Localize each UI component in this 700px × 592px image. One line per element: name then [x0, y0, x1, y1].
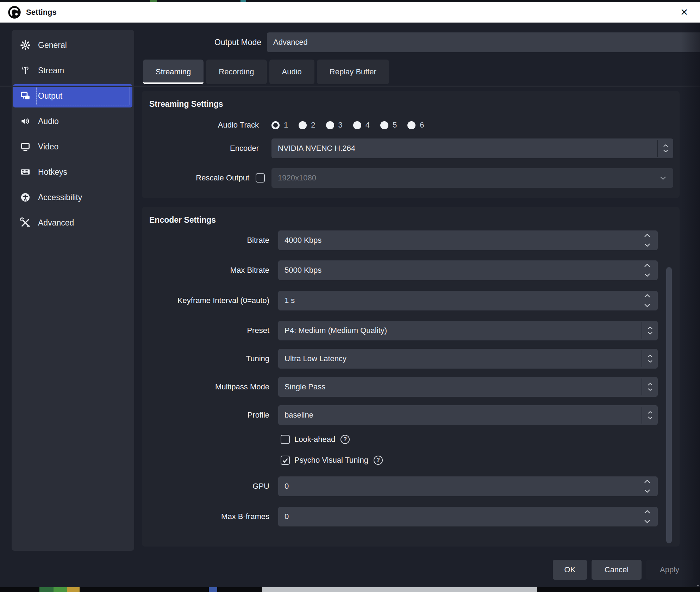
sidebar-item-audio[interactable]: Audio [13, 110, 132, 133]
sidebar-item-output[interactable]: Output [13, 84, 132, 107]
dropdown-arrows-icon[interactable] [642, 350, 658, 367]
encoder-select[interactable]: NVIDIA NVENC H.264 [271, 138, 673, 158]
tuning-select[interactable]: Ultra Low Latency [278, 349, 658, 369]
tab-audio[interactable]: Audio [269, 60, 314, 84]
rescale-output-checkbox[interactable] [256, 173, 265, 183]
obs-logo-icon [8, 6, 21, 19]
max-b-frames-value: 0 [285, 507, 289, 526]
rescale-resolution-select: 1920x1080 [271, 168, 673, 188]
sidebar-item-label: Stream [38, 66, 64, 75]
spinner-arrows-icon[interactable] [644, 294, 650, 307]
sidebar-item-video[interactable]: Video [13, 135, 132, 158]
look-ahead-row[interactable]: Look-ahead ? [281, 434, 350, 445]
output-screens-icon [20, 90, 31, 101]
window-edge-shade [681, 23, 700, 587]
audio-track-radios: 1 2 3 4 5 [271, 115, 424, 135]
audio-track-row: Audio Track 1 2 3 [142, 115, 680, 135]
audio-track-option-2[interactable]: 2 [299, 121, 315, 130]
tuning-label: Tuning [142, 349, 269, 369]
tab-streaming[interactable]: Streaming [143, 60, 204, 84]
spinner-arrows-icon[interactable] [644, 234, 650, 247]
radio-unchecked-icon[interactable] [380, 121, 388, 129]
radio-unchecked-icon[interactable] [326, 121, 334, 129]
look-ahead-checkbox[interactable] [281, 435, 290, 444]
dropdown-arrows-icon[interactable] [657, 140, 673, 157]
tab-divider [0, 86, 700, 87]
radio-checked-icon[interactable] [271, 121, 280, 129]
audio-track-option-6[interactable]: 6 [407, 121, 424, 130]
multipass-mode-row: Multipass Mode Single Pass [142, 377, 680, 397]
max-bitrate-row: Max Bitrate 5000 Kbps [142, 260, 680, 280]
profile-row: Profile baseline [142, 405, 680, 425]
keyframe-interval-row: Keyframe Interval (0=auto) 1 s [142, 291, 680, 310]
spinner-arrows-icon[interactable] [644, 264, 650, 277]
sidebar-list: General Stream [12, 30, 134, 234]
rescale-resolution-value: 1920x1080 [278, 168, 316, 188]
profile-value: baseline [285, 405, 313, 425]
radio-unchecked-icon[interactable] [299, 121, 307, 129]
tuning-value: Ultra Low Latency [285, 349, 346, 369]
spinner-arrows-icon[interactable] [644, 480, 650, 493]
keyframe-interval-spinbox[interactable]: 1 s [278, 291, 658, 310]
streaming-settings-panel: Streaming Settings Audio Track 1 2 3 [142, 91, 680, 198]
tab-recording[interactable]: Recording [206, 60, 267, 84]
dropdown-arrows-icon[interactable] [642, 378, 658, 395]
sidebar-item-stream[interactable]: Stream [13, 59, 132, 82]
sidebar-item-label: Audio [38, 117, 59, 126]
radio-unchecked-icon[interactable] [353, 121, 361, 129]
sidebar-item-label: Hotkeys [38, 167, 67, 177]
help-icon[interactable]: ? [340, 435, 350, 444]
keyframe-interval-value: 1 s [285, 291, 295, 310]
cancel-button[interactable]: Cancel [592, 560, 642, 580]
tools-icon [20, 217, 31, 228]
bitrate-label: Bitrate [142, 230, 269, 250]
obs-settings-window: Settings ✕ [0, 0, 700, 592]
audio-track-option-3[interactable]: 3 [326, 121, 343, 130]
sidebar-item-advanced[interactable]: Advanced [13, 211, 132, 234]
close-icon[interactable]: ✕ [675, 2, 694, 23]
audio-track-option-5[interactable]: 5 [380, 121, 397, 130]
sidebar-item-accessibility[interactable]: Accessibility [13, 186, 132, 209]
taskbar-fragment [39, 587, 54, 592]
keyboard-icon [20, 166, 31, 178]
max-bitrate-spinbox[interactable]: 5000 Kbps [278, 260, 658, 280]
preset-label: Preset [142, 321, 269, 340]
settings-dialog: General Stream [0, 23, 700, 587]
broadcast-icon [20, 65, 31, 76]
window-title: Settings [26, 8, 57, 17]
checkmark-icon [282, 458, 288, 463]
output-tabs: Streaming Recording Audio Replay Buffer [143, 60, 389, 84]
gpu-spinbox[interactable]: 0 [278, 476, 658, 496]
preset-select[interactable]: P4: Medium (Medium Quality) [278, 321, 658, 340]
psycho-visual-tuning-row[interactable]: Psycho Visual Tuning ? [281, 455, 383, 465]
help-icon[interactable]: ? [374, 456, 383, 465]
taskbar-fragment [54, 587, 67, 592]
dropdown-arrows-icon[interactable] [642, 407, 658, 424]
vertical-scrollbar[interactable] [666, 267, 672, 543]
sidebar-item-hotkeys[interactable]: Hotkeys [13, 160, 132, 184]
multipass-mode-select[interactable]: Single Pass [278, 377, 658, 397]
max-b-frames-spinbox[interactable]: 0 [278, 507, 658, 526]
audio-track-option-1[interactable]: 1 [271, 121, 288, 130]
apply-button[interactable]: Apply [646, 560, 693, 580]
ok-button[interactable]: OK [553, 560, 587, 580]
preset-row: Preset P4: Medium (Medium Quality) [142, 321, 680, 340]
psycho-visual-tuning-checkbox[interactable] [281, 456, 290, 465]
profile-select[interactable]: baseline [278, 405, 658, 425]
multipass-mode-label: Multipass Mode [142, 377, 269, 397]
output-mode-select[interactable]: Advanced [267, 32, 700, 52]
max-bitrate-value: 5000 Kbps [285, 260, 321, 280]
radio-unchecked-icon[interactable] [407, 121, 415, 129]
output-mode-label: Output Mode [0, 32, 261, 52]
audio-track-label: Audio Track [142, 115, 259, 135]
window-titlebar[interactable]: Settings ✕ [0, 2, 700, 23]
sidebar-item-label: Advanced [38, 218, 74, 228]
keyframe-interval-label: Keyframe Interval (0=auto) [142, 291, 269, 310]
bitrate-spinbox[interactable]: 4000 Kbps [278, 230, 658, 250]
dropdown-arrows-icon[interactable] [642, 322, 658, 339]
tab-replay-buffer[interactable]: Replay Buffer [317, 60, 389, 84]
audio-track-option-4[interactable]: 4 [353, 121, 370, 130]
accessibility-icon [20, 192, 31, 203]
spinner-arrows-icon[interactable] [644, 510, 650, 523]
rescale-output-row: Rescale Output 1920x1080 [142, 168, 680, 188]
